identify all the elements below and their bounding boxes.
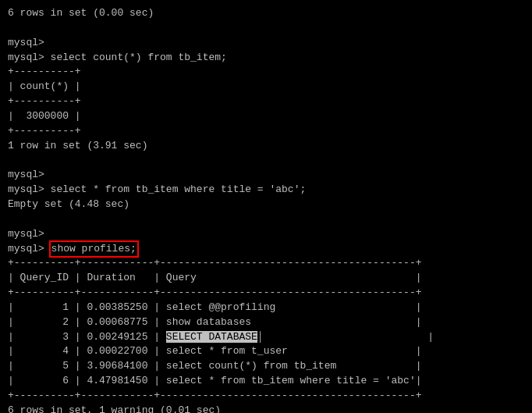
line-2	[8, 21, 524, 36]
line-6: | count(*) |	[8, 80, 524, 94]
line-13: mysql> select * from tb_item where title…	[8, 183, 524, 198]
line-show-profiles: mysql> show profiles;	[8, 242, 524, 257]
line-table-bottom: +----------+------------+---------------…	[8, 389, 524, 404]
table-row-1: | 1 | 0.00385250 | select @@profiling |	[8, 301, 524, 315]
line-10: 1 row in set (3.91 sec)	[8, 139, 524, 154]
selected-database-text: SELECT DATABASE	[166, 331, 257, 343]
line-table-sep: +----------+------------+---------------…	[8, 286, 524, 301]
table-row-3: | 3 | 0.00249125 | SELECT DATABASE│ |	[8, 330, 524, 345]
prompt-label: mysql>	[8, 243, 51, 255]
line-table-top: +----------+------------+---------------…	[8, 256, 524, 271]
line-4: mysql> select count(*) from tb_item;	[8, 51, 524, 66]
line-12: mysql>	[8, 168, 524, 183]
show-profiles-cmd: show profiles;	[51, 242, 137, 257]
line-3: mysql>	[8, 36, 524, 51]
line-8: | 3000000 |	[8, 109, 524, 124]
terminal-window: 6 rows in set (0.00 sec) mysql> mysql> s…	[0, 0, 532, 413]
line-5: +----------+	[8, 65, 524, 80]
line-15	[8, 212, 524, 227]
table-row-4: | 4 | 0.00022700 | select * from t_user …	[8, 344, 524, 359]
line-16: mysql>	[8, 227, 524, 242]
table-row-6: | 6 | 4.47981450 | select * from tb_item…	[8, 374, 524, 389]
line-7: +----------+	[8, 94, 524, 109]
line-table-header: | Query_ID | Duration | Query |	[8, 271, 524, 286]
table-row-2: | 2 | 0.00068775 | show databases |	[8, 315, 524, 330]
line-1: 6 rows in set (0.00 sec)	[8, 6, 524, 21]
line-9: +----------+	[8, 124, 524, 139]
line-warning: 6 rows in set, 1 warning (0.01 sec)	[8, 404, 524, 413]
line-14: Empty set (4.48 sec)	[8, 198, 524, 212]
table-row-5: | 5 | 3.90684100 | select count(*) from …	[8, 359, 524, 374]
line-11	[8, 153, 524, 168]
